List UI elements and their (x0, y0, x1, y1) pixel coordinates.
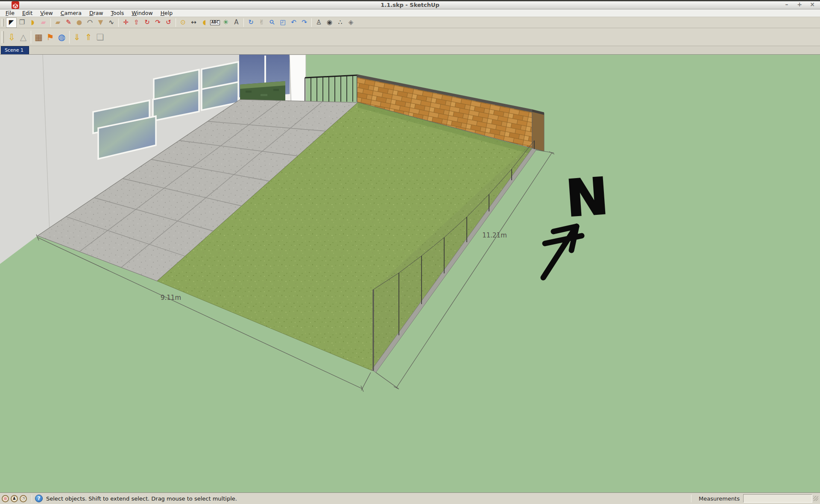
circle-tool-button[interactable]: ● (74, 18, 85, 28)
share-model-icon: ⇑ (85, 33, 92, 41)
axes-tool-button[interactable]: ✳ (220, 18, 231, 28)
protractor-tool-button[interactable]: ◖ (199, 18, 210, 28)
paint-bucket-icon: ◗ (31, 19, 35, 26)
tape-measure-tool-button[interactable]: ⊙ (178, 18, 188, 28)
toolbar-grip[interactable] (2, 31, 4, 43)
pan-tool-button[interactable]: ✌ (256, 18, 267, 28)
menu-camera[interactable]: Camera (57, 9, 85, 17)
viewport-container: 9.11m 11.21m N (0, 55, 820, 492)
viewport-3d[interactable]: 9.11m 11.21m N (0, 55, 820, 492)
position-camera-icon: ♙ (316, 19, 322, 26)
paint-bucket-button[interactable]: ◗ (27, 18, 38, 28)
google-earth-button[interactable]: ◍ (56, 29, 67, 45)
line-tool-icon: ✎ (66, 19, 71, 26)
zoom-window-tool-icon: ◰ (280, 19, 286, 26)
toolbar-separator (31, 31, 31, 44)
measurements-input[interactable] (743, 494, 812, 503)
status-divider (691, 495, 691, 502)
geolocation-status-icon: ● (2, 495, 9, 502)
axes-tool-icon: ✳ (223, 19, 228, 26)
polygon-tool-button[interactable]: ▼ (95, 18, 106, 28)
window-top-edge (0, 0, 820, 1)
rotate-tool-button[interactable]: ↻ (142, 18, 152, 28)
share-model-button[interactable]: ⇑ (83, 29, 94, 45)
toolbar-grip[interactable] (2, 19, 4, 26)
eraser-button[interactable]: ▰ (38, 18, 49, 28)
signin-status-icon: ◔ (20, 495, 27, 502)
toolbar-main: ◤❐◗▰▰✎●◠▼∿✛⇧↻↷↺⊙↔◖ABC✳A↻✌⚲◰↶↷♙◉∴◈ (0, 17, 820, 28)
freehand-tool-icon: ∿ (108, 19, 114, 26)
get-models-button[interactable]: ⇓ (71, 29, 83, 45)
add-location-icon: ⇩ (8, 33, 15, 41)
maximize-button[interactable]: + (796, 1, 803, 8)
position-camera-button[interactable]: ♙ (313, 18, 324, 28)
preview-in-google-earth-button[interactable]: ⚑ (44, 29, 56, 45)
zoom-tool-button[interactable]: ⚲ (267, 18, 278, 28)
menu-tools[interactable]: Tools (107, 9, 128, 17)
menu-bar: FileEditViewCameraDrawToolsWindowHelp (0, 9, 820, 17)
north-letter: N (564, 167, 610, 229)
menu-help[interactable]: Help (157, 9, 177, 17)
section-plane-button[interactable]: ◈ (346, 18, 356, 28)
scene-tab-bar: Scene 1 (0, 46, 820, 55)
photo-textures-icon: ▦ (35, 33, 43, 41)
move-tool-button[interactable]: ✛ (120, 18, 131, 28)
select-tool-button[interactable]: ◤ (6, 18, 17, 28)
3d-text-tool-button[interactable]: A (231, 18, 242, 28)
toolbar-separator (118, 18, 119, 27)
make-component-icon: ❐ (19, 19, 25, 26)
select-tool-icon: ◤ (9, 19, 14, 26)
polygon-tool-icon: ▼ (98, 19, 103, 26)
zoom-tool-icon: ⚲ (268, 18, 276, 26)
offset-tool-button[interactable]: ↺ (163, 18, 174, 28)
menu-view[interactable]: View (36, 9, 57, 17)
menu-file[interactable]: File (2, 9, 18, 17)
minimize-button[interactable]: – (783, 1, 790, 8)
follow-me-tool-button[interactable]: ↷ (152, 18, 163, 28)
look-around-button[interactable]: ◉ (324, 18, 335, 28)
toggle-terrain-button[interactable]: △ (18, 29, 29, 45)
menu-window[interactable]: Window (128, 9, 156, 17)
resize-grip[interactable] (813, 496, 818, 501)
menu-draw[interactable]: Draw (85, 9, 107, 17)
text-tool-button[interactable]: ABC (210, 18, 220, 28)
walk-tool-button[interactable]: ∴ (335, 18, 346, 28)
zoom-previous-button[interactable]: ↶ (288, 18, 299, 28)
push-pull-tool-button[interactable]: ⇧ (131, 18, 142, 28)
tape-measure-tool-icon: ⊙ (180, 19, 186, 26)
zoom-previous-icon: ↶ (291, 19, 296, 26)
make-component-button[interactable]: ❐ (17, 18, 27, 28)
freehand-tool-button[interactable]: ∿ (106, 18, 117, 28)
arc-tool-icon: ◠ (87, 19, 93, 26)
title-bar: 1.1.skp - SketchUp – + × (0, 0, 820, 9)
rotate-tool-icon: ↻ (144, 19, 150, 26)
zoom-next-icon: ↷ (302, 19, 307, 26)
arc-tool-button[interactable]: ◠ (85, 18, 95, 28)
offset-tool-icon: ↺ (166, 19, 171, 26)
toolbar-separator (311, 18, 312, 27)
add-location-button[interactable]: ⇩ (6, 29, 18, 45)
text-tool-icon: ABC (210, 20, 220, 25)
rectangle-tool-button[interactable]: ▰ (53, 18, 63, 28)
eraser-icon: ▰ (41, 19, 46, 26)
dimension-width-label: 9.11m (161, 294, 181, 302)
toolbar-separator (243, 18, 244, 27)
scene-tab[interactable]: Scene 1 (1, 46, 29, 54)
orbit-tool-button[interactable]: ↻ (246, 18, 256, 28)
toolbar-separator (176, 18, 176, 27)
close-button[interactable]: × (809, 1, 816, 8)
window-title: 1.1.skp - SketchUp (0, 2, 820, 8)
walk-tool-icon: ∴ (338, 19, 343, 26)
toolbar-separator (50, 18, 51, 27)
zoom-window-tool-button[interactable]: ◰ (278, 18, 288, 28)
menu-edit[interactable]: Edit (18, 9, 36, 17)
status-bar: ●♟◔ ? Select objects. Shift to extend se… (0, 492, 820, 504)
line-tool-button[interactable]: ✎ (63, 18, 74, 28)
dimension-tool-button[interactable]: ↔ (188, 18, 199, 28)
photo-textures-button[interactable]: ▦ (33, 29, 44, 45)
share-component-button[interactable]: ❏ (94, 29, 106, 45)
status-message: Select objects. Shift to extend select. … (46, 495, 237, 502)
zoom-next-button[interactable]: ↷ (299, 18, 310, 28)
building-column[interactable] (290, 55, 306, 107)
help-icon[interactable]: ? (35, 495, 43, 502)
